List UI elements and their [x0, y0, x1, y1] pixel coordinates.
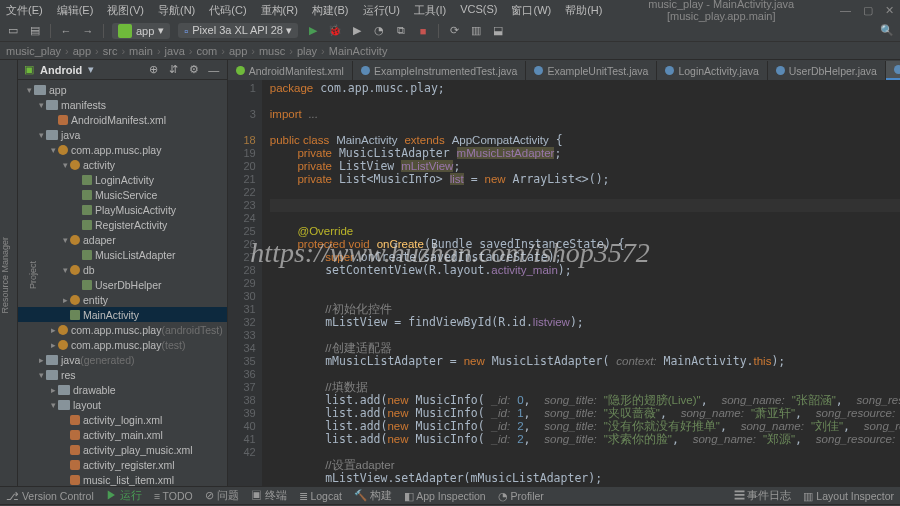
- device-select[interactable]: ▫Pixel 3a XL API 28 ▾: [178, 23, 298, 38]
- avd-icon[interactable]: ▥: [469, 24, 483, 38]
- open-icon[interactable]: ▭: [6, 24, 20, 38]
- tree-node[interactable]: activity_play_music.xml: [18, 442, 227, 457]
- project-pane: ▣ Android ▾ ⊕ ⇵ ⚙ — ▾app▾manifests Andro…: [18, 60, 228, 486]
- sync-icon[interactable]: ⟳: [447, 24, 461, 38]
- project-header: ▣ Android ▾ ⊕ ⇵ ⚙ —: [18, 60, 227, 80]
- editor-tab[interactable]: ExampleInstrumentedTest.java: [353, 61, 527, 80]
- tree-node[interactable]: MainActivity: [18, 307, 227, 322]
- tree-gear-icon[interactable]: ⚙: [187, 63, 201, 77]
- crumb[interactable]: main: [129, 45, 153, 57]
- collapse-icon[interactable]: ⇵: [167, 63, 181, 77]
- code-content[interactable]: package com.app.musc.play; import ... pu…: [262, 80, 900, 486]
- tree-node[interactable]: UserDbHelper: [18, 277, 227, 292]
- tree-node[interactable]: activity_login.xml: [18, 412, 227, 427]
- crumb[interactable]: app: [73, 45, 91, 57]
- tree-node[interactable]: LoginActivity: [18, 172, 227, 187]
- tree-node[interactable]: ▾manifests: [18, 97, 227, 112]
- tree-node[interactable]: ▸java (generated): [18, 352, 227, 367]
- editor-tab[interactable]: ExampleUnitTest.java: [526, 61, 657, 80]
- menu-item[interactable]: 构建(B): [312, 3, 349, 18]
- terminal-tool[interactable]: ▣ 终端: [251, 489, 287, 503]
- crumb[interactable]: src: [103, 45, 118, 57]
- run-icon[interactable]: ▶: [306, 24, 320, 38]
- attach-icon[interactable]: ⧉: [394, 24, 408, 38]
- tree-node[interactable]: ▸entity: [18, 292, 227, 307]
- tree-node[interactable]: ▸drawable: [18, 382, 227, 397]
- menu-item[interactable]: 窗口(W): [511, 3, 551, 18]
- close-icon[interactable]: ✕: [885, 4, 894, 17]
- tree-node[interactable]: ▾activity: [18, 157, 227, 172]
- appinsp-tool[interactable]: ◧ App Inspection: [404, 490, 486, 502]
- crumb[interactable]: java: [165, 45, 185, 57]
- crumb[interactable]: app: [229, 45, 247, 57]
- android-icon: ▣: [24, 63, 34, 76]
- save-icon[interactable]: ▤: [28, 24, 42, 38]
- menu-item[interactable]: 代码(C): [209, 3, 246, 18]
- menu-item[interactable]: 文件(E): [6, 3, 43, 18]
- editor-tab[interactable]: MainActivity.java: [886, 61, 900, 80]
- menu-item[interactable]: 编辑(E): [57, 3, 94, 18]
- menu-item[interactable]: 工具(I): [414, 3, 446, 18]
- tree-node[interactable]: ▾layout: [18, 397, 227, 412]
- todo-tool[interactable]: ≡ TODO: [154, 490, 193, 502]
- project-tree[interactable]: ▾app▾manifests AndroidManifest.xml▾java▾…: [18, 80, 227, 486]
- layoutinsp-tool[interactable]: ▥ Layout Inspector: [803, 490, 894, 502]
- tree-node[interactable]: ▸com.app.musc.play (androidTest): [18, 322, 227, 337]
- tree-node[interactable]: AndroidManifest.xml: [18, 112, 227, 127]
- hide-icon[interactable]: —: [207, 63, 221, 77]
- search-icon[interactable]: 🔍: [880, 24, 894, 38]
- crumb[interactable]: MainActivity: [329, 45, 388, 57]
- run-tool[interactable]: ▶ 运行: [106, 489, 142, 503]
- sdk-icon[interactable]: ⬓: [491, 24, 505, 38]
- build-tool[interactable]: 🔨 构建: [354, 489, 392, 503]
- tree-node[interactable]: ▾com.app.musc.play: [18, 142, 227, 157]
- profile-icon[interactable]: ◔: [372, 24, 386, 38]
- project-view-label[interactable]: Android: [40, 64, 82, 76]
- eventlog-tool[interactable]: ☰ 事件日志: [734, 489, 792, 503]
- tree-node[interactable]: ▸com.app.musc.play (test): [18, 337, 227, 352]
- debug-icon[interactable]: 🐞: [328, 24, 342, 38]
- crumb[interactable]: com: [196, 45, 217, 57]
- tree-node[interactable]: ▾db: [18, 262, 227, 277]
- tree-node[interactable]: MusicListAdapter: [18, 247, 227, 262]
- rail-item[interactable]: Project: [28, 261, 38, 289]
- crumb[interactable]: musc: [259, 45, 285, 57]
- logcat-tool[interactable]: ≣ Logcat: [299, 490, 342, 502]
- maximize-icon[interactable]: ▢: [863, 4, 873, 17]
- tree-node[interactable]: PlayMusicActivity: [18, 202, 227, 217]
- tree-node[interactable]: activity_register.xml: [18, 457, 227, 472]
- minimize-icon[interactable]: —: [840, 4, 851, 17]
- menu-item[interactable]: VCS(S): [460, 3, 497, 18]
- menu-item[interactable]: 帮助(H): [565, 3, 602, 18]
- tree-node[interactable]: MusicService: [18, 187, 227, 202]
- coverage-icon[interactable]: ▶: [350, 24, 364, 38]
- crumb[interactable]: music_play: [6, 45, 61, 57]
- menu-item[interactable]: 导航(N): [158, 3, 195, 18]
- menu-item[interactable]: 视图(V): [107, 3, 144, 18]
- rail-item[interactable]: Resource Manager: [0, 237, 10, 314]
- menu-item[interactable]: 重构(R): [261, 3, 298, 18]
- tree-node[interactable]: RegisterActivity: [18, 217, 227, 232]
- editor-tab[interactable]: AndroidManifest.xml: [228, 61, 353, 80]
- editor-tab[interactable]: LoginActivity.java: [657, 61, 767, 80]
- problems-tool[interactable]: ⊘ 问题: [205, 489, 239, 503]
- editor-tabs: AndroidManifest.xmlExampleInstrumentedTe…: [228, 60, 900, 80]
- tree-node[interactable]: ▾app: [18, 82, 227, 97]
- tree-node[interactable]: ▾adaper: [18, 232, 227, 247]
- tree-node[interactable]: ▾java: [18, 127, 227, 142]
- profiler-tool[interactable]: ◔ Profiler: [498, 490, 544, 502]
- forward-icon[interactable]: →: [81, 24, 95, 38]
- code-area[interactable]: 1318192021222324252627282930313233343536…: [228, 80, 900, 486]
- tree-node[interactable]: activity_main.xml: [18, 427, 227, 442]
- editor-tab[interactable]: UserDbHelper.java: [768, 61, 886, 80]
- tree-node[interactable]: ▾res: [18, 367, 227, 382]
- tree-node[interactable]: music_list_item.xml: [18, 472, 227, 486]
- module-select[interactable]: app▾: [112, 23, 170, 39]
- vcs-tool[interactable]: ⎇ Version Control: [6, 490, 94, 502]
- stop-icon[interactable]: ■: [416, 24, 430, 38]
- back-icon[interactable]: ←: [59, 24, 73, 38]
- tree-settings-icon[interactable]: ⊕: [147, 63, 161, 77]
- crumb[interactable]: play: [297, 45, 317, 57]
- menu-item[interactable]: 运行(U): [363, 3, 400, 18]
- gutter: 1318192021222324252627282930313233343536…: [228, 80, 262, 486]
